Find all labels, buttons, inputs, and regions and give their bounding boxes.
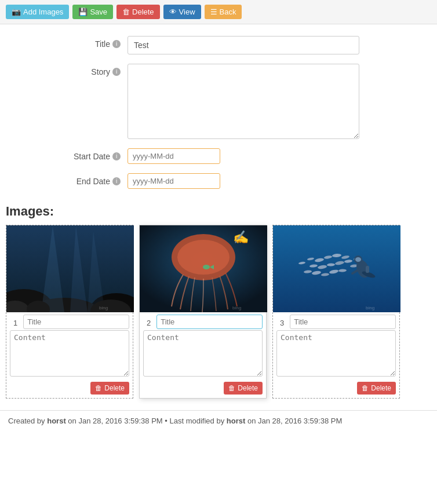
delete-button[interactable]: 🗑 Delete [116, 5, 160, 19]
svg-rect-17 [273, 225, 400, 312]
card-1-number: 1 [10, 316, 21, 327]
card-1-content-input[interactable] [10, 330, 129, 377]
page-footer: Created by horst on Jan 28, 2016 3:59:38… [0, 410, 437, 431]
end-date-row: End Date i [12, 173, 425, 189]
form-section: Title i Story i Start Date i End Date i [0, 24, 437, 204]
trash-icon: 🗑 [122, 8, 130, 16]
end-date-input[interactable] [128, 173, 220, 189]
start-date-label: Start Date i [12, 148, 128, 161]
card-2-trash-icon: 🗑 [228, 384, 235, 392]
title-label: Title i [12, 36, 128, 49]
svg-rect-40 [366, 266, 369, 273]
svg-point-14 [203, 265, 210, 269]
view-button[interactable]: 👁 View [163, 5, 201, 19]
modified-on: on Jan 28, 2016 3:59:38 PM [247, 417, 342, 425]
image-card-1: bing 1 🗑 Delete [6, 225, 133, 399]
card-2-delete-button[interactable]: 🗑 Delete [224, 382, 263, 395]
svg-text:bing: bing [99, 305, 108, 311]
story-info-icon[interactable]: i [112, 68, 121, 76]
images-heading: Images: [6, 204, 431, 219]
card-3-content-input[interactable] [276, 330, 396, 377]
created-user: horst [47, 417, 66, 425]
title-info-icon[interactable]: i [112, 40, 121, 48]
list-icon: ☰ [210, 8, 217, 16]
image-1: bing [6, 225, 134, 312]
eye-icon: 👁 [169, 8, 177, 16]
story-label: Story i [12, 64, 128, 76]
start-date-info-icon[interactable]: i [112, 152, 121, 160]
card-1-trash-icon: 🗑 [95, 384, 102, 392]
start-date-input[interactable] [128, 148, 220, 164]
card-1-delete-button[interactable]: 🗑 Delete [90, 382, 129, 395]
toolbar: 📷 Add Images 💾 Save 🗑 Delete 👁 View ☰ Ba… [0, 0, 437, 24]
image-card-3: bing 3 🗑 Delete [272, 225, 400, 399]
card-3-title-input[interactable] [290, 315, 396, 329]
modified-user: horst [227, 417, 246, 425]
card-2-content-input[interactable] [143, 330, 263, 377]
images-grid: bing 1 🗑 Delete ✍ [6, 225, 431, 399]
created-on: on Jan 28, 2016 3:59:38 PM [68, 417, 162, 425]
save-button[interactable]: 💾 Save [72, 5, 113, 19]
title-row: Title i [12, 36, 425, 54]
start-date-row: Start Date i [12, 148, 425, 164]
svg-text:bing: bing [232, 305, 241, 311]
card-2-footer: 🗑 Delete [140, 379, 266, 398]
svg-point-13 [177, 240, 230, 275]
end-date-info-icon[interactable]: i [112, 177, 121, 185]
card-2-title-input[interactable] [156, 315, 263, 329]
title-input[interactable] [128, 36, 359, 54]
image-2: bing [140, 225, 267, 312]
save-icon: 💾 [78, 8, 88, 16]
svg-text:bing: bing [366, 305, 374, 311]
card-3-footer: 🗑 Delete [273, 379, 399, 398]
card-3-number: 3 [276, 316, 287, 327]
image-3: bing [273, 225, 400, 312]
card-1-footer: 🗑 Delete [6, 379, 133, 398]
back-button[interactable]: ☰ Back [205, 5, 242, 19]
add-images-button[interactable]: 📷 Add Images [6, 5, 69, 19]
svg-point-38 [355, 257, 361, 262]
end-date-label: End Date i [12, 173, 128, 186]
card-3-trash-icon: 🗑 [362, 384, 369, 392]
story-input[interactable] [128, 64, 359, 139]
image-card-2: ✍ [139, 225, 267, 399]
add-images-icon: 📷 [12, 8, 21, 16]
created-prefix: Created by [8, 417, 45, 425]
modified-prefix: • Last modified by [165, 417, 224, 425]
card-2-number: 2 [143, 316, 154, 327]
card-1-title-input[interactable] [23, 315, 129, 329]
images-section: Images: [0, 204, 437, 404]
card-3-delete-button[interactable]: 🗑 Delete [357, 382, 396, 395]
story-row: Story i [12, 64, 425, 139]
